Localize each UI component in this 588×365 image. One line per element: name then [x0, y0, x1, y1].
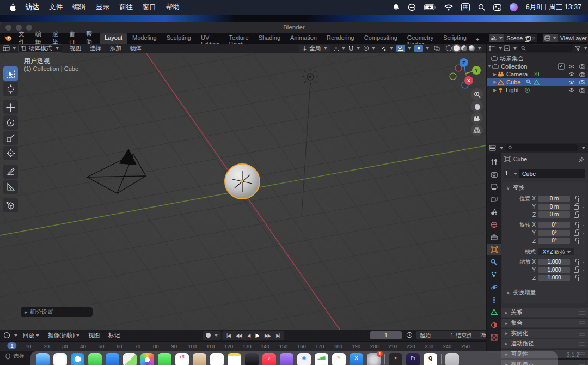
gizmo-neg-y[interactable]	[450, 73, 456, 80]
battery-icon[interactable]	[424, 3, 436, 12]
dock-icon-calendar[interactable]: 6月	[175, 353, 189, 365]
dock-icon-system-preferences[interactable]: 1	[367, 353, 381, 365]
playback-menu[interactable]: 回放	[20, 332, 42, 339]
rendered-shading-button[interactable]	[469, 45, 475, 51]
timeline-ruler[interactable]: 1102030405060708090100110120130140150160…	[0, 341, 486, 351]
adobe-cc-icon[interactable]	[408, 3, 416, 12]
ruler-frame-label[interactable]: 10	[26, 343, 32, 349]
perspective-toggle-button[interactable]	[471, 124, 483, 136]
rotation-y-field[interactable]: 0°	[538, 230, 570, 236]
ruler-frame-label[interactable]: 70	[135, 343, 141, 349]
proportional-edit-toggle[interactable]	[363, 45, 375, 51]
dock-icon-launchpad[interactable]	[53, 353, 67, 365]
dock-icon-podcasts[interactable]	[280, 353, 293, 365]
ruler-frame-label[interactable]: 110	[206, 343, 215, 349]
notification-bell-icon[interactable]	[393, 3, 400, 12]
lock-icon[interactable]	[574, 205, 579, 210]
workspace-tab-rendering[interactable]: Rendering	[322, 33, 359, 44]
render-visibility-icon[interactable]	[579, 88, 585, 93]
tab-material[interactable]	[487, 319, 501, 331]
dock-icon-finder[interactable]	[36, 353, 50, 365]
tab-output[interactable]	[487, 181, 501, 193]
render-visibility-icon[interactable]	[579, 80, 585, 84]
ruler-frame-label[interactable]: 40	[80, 343, 86, 349]
outliner-row-light[interactable]: ▶ Light	[487, 86, 588, 94]
siri-icon[interactable]	[510, 3, 518, 11]
dock-icon-facetime[interactable]	[158, 353, 171, 365]
outliner-row-collection[interactable]: ▼ Collection ✓	[487, 63, 588, 71]
ruler-frame-label[interactable]: 230	[425, 343, 433, 349]
ruler-frame-label[interactable]: 160	[297, 343, 306, 349]
zoom-button[interactable]	[471, 88, 483, 100]
workspace-tab-scripting[interactable]: Scripting	[438, 33, 471, 44]
ruler-frame-label[interactable]: 190	[352, 343, 360, 349]
tab-scene[interactable]	[487, 206, 501, 218]
view-menu[interactable]: 视图	[85, 332, 103, 339]
add-cube-tool[interactable]	[3, 198, 18, 212]
tab-object-data[interactable]	[487, 306, 501, 318]
hide-eye-icon[interactable]	[568, 88, 575, 92]
scale-x-field[interactable]: 1.000	[538, 259, 570, 265]
dock-icon-tv[interactable]	[245, 353, 259, 365]
3d-viewport[interactable]: 物体模式 视图选择添加物体 全局	[0, 44, 486, 330]
spotlight-search-icon[interactable]	[478, 3, 485, 12]
transform-tool[interactable]	[3, 146, 18, 160]
rotation-z-field[interactable]: 0°	[538, 238, 570, 244]
next-keyframe-button[interactable]: ▶▶	[262, 333, 273, 338]
scale-z-field[interactable]: 1.000	[538, 275, 570, 281]
viewport-menu-0[interactable]: 视图	[70, 45, 81, 52]
dock-icon-trash[interactable]	[445, 353, 459, 365]
disclosure-closed-icon[interactable]: ▶	[492, 80, 498, 84]
cursor-tool[interactable]	[3, 82, 18, 96]
scale-tool[interactable]	[3, 131, 18, 145]
menubar-item-0[interactable]: 访达	[26, 3, 39, 12]
section-instancing[interactable]: 实例化	[501, 328, 588, 338]
lock-icon[interactable]	[574, 232, 579, 236]
material-preview-button[interactable]	[461, 45, 467, 51]
ruler-frame-label[interactable]: 180	[334, 343, 342, 349]
dock-icon-contacts[interactable]	[193, 353, 206, 365]
editor-type-icon[interactable]	[3, 45, 10, 51]
tab-particles[interactable]	[487, 269, 501, 281]
lock-icon[interactable]	[574, 277, 579, 281]
menubar-item-5[interactable]: 窗口	[143, 3, 156, 12]
properties-search-input[interactable]	[505, 144, 578, 151]
workspace-tab-sculpting[interactable]: Sculpting	[162, 33, 196, 44]
hide-eye-icon[interactable]	[568, 72, 575, 76]
snap-toggle[interactable]	[348, 45, 360, 51]
operator-panel[interactable]: 细分设置	[21, 307, 93, 317]
dock-icon-qq[interactable]: Q	[424, 353, 437, 365]
ruler-frame-label[interactable]: 120	[224, 343, 233, 349]
lock-icon[interactable]	[574, 269, 579, 273]
keying-menu[interactable]: 抠像(插帧)	[45, 332, 83, 339]
section-collections[interactable]: 集合	[501, 318, 588, 327]
dock-icon-x-app[interactable]: X	[350, 353, 363, 365]
workspace-tab-animation[interactable]: Animation	[285, 33, 322, 44]
marker-menu[interactable]: 标记	[105, 332, 123, 339]
pivot-point-selector[interactable]	[333, 45, 345, 51]
section-motion-paths[interactable]: 运动路径	[501, 339, 588, 348]
scale-y-field[interactable]: 1.000	[538, 267, 570, 273]
outliner-search-input[interactable]	[518, 45, 573, 52]
ruler-frame-label[interactable]: 90	[171, 343, 177, 349]
playhead-current-frame[interactable]: 1	[7, 342, 16, 349]
ruler-frame-label[interactable]: 130	[243, 343, 252, 349]
xray-region-toggle[interactable]	[414, 45, 423, 52]
scene-selector[interactable]: Scene ×	[489, 34, 537, 42]
display-mode-icon[interactable]	[504, 45, 510, 51]
lock-icon[interactable]	[574, 198, 579, 202]
object-name-field[interactable]: Cube	[504, 169, 585, 178]
render-visibility-icon[interactable]	[579, 64, 585, 69]
render-visibility-icon[interactable]	[579, 72, 585, 77]
dock-icon-reminders[interactable]	[210, 353, 224, 365]
tab-constraints[interactable]	[487, 294, 501, 306]
transform-panel-header[interactable]: 变换	[506, 184, 525, 192]
ruler-frame-label[interactable]: 140	[261, 343, 270, 349]
tab-world[interactable]	[487, 218, 501, 230]
play-button[interactable]: ▶	[253, 332, 261, 338]
dock-icon-pages[interactable]: ✎	[332, 353, 346, 365]
location-y-field[interactable]: 0 m	[538, 204, 570, 210]
hide-eye-icon[interactable]	[568, 64, 575, 69]
viewport-menu-1[interactable]: 选择	[90, 45, 101, 52]
viewport-menu-2[interactable]: 添加	[110, 45, 121, 52]
